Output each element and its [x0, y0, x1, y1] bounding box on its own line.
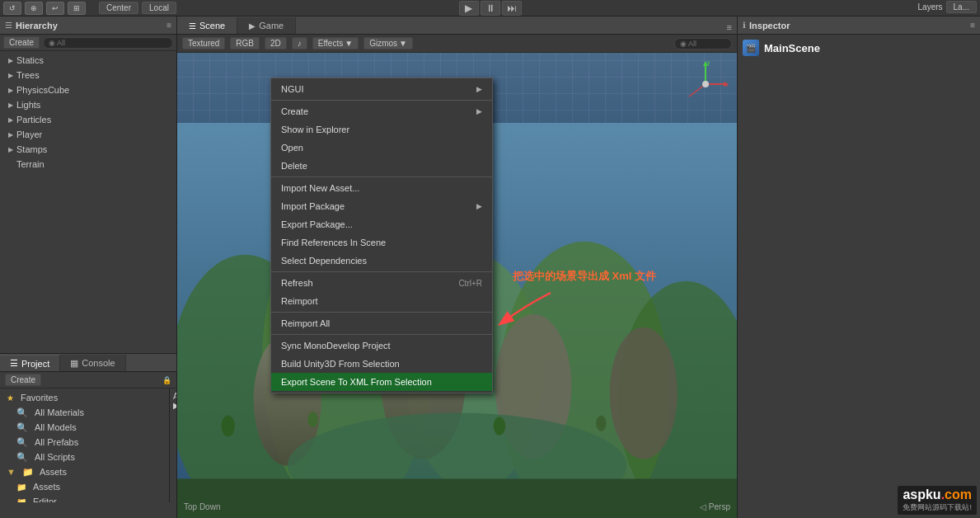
hierarchy-content: ▶Statics ▶Trees ▶PhysicsCube ▶Lights ▶Pa… [0, 51, 176, 353]
center-toggle[interactable]: Center [99, 2, 138, 14]
scene-panel-menu[interactable]: ≡ [722, 21, 737, 34]
asset-folder-ngui[interactable]: 📁NGUI [173, 440, 176, 454]
asset-folder-assets[interactable]: 📁Assets [173, 407, 176, 421]
sidebar-all-materials[interactable]: 🔍All Materials [0, 405, 169, 420]
hierarchy-create-btn[interactable]: Create [3, 36, 40, 49]
sidebar-editor-folder[interactable]: 📁Editor [0, 494, 169, 502]
toolbar-gizmos[interactable]: Gizmos ▼ [363, 37, 413, 49]
hierarchy-item-statics[interactable]: ▶Statics [0, 53, 176, 68]
asset-folder-editor[interactable]: 📁Editor [173, 423, 176, 438]
watermark-subtitle: 免费网站源码下载站! [903, 502, 972, 513]
context-sep-2 [271, 177, 492, 177]
hierarchy-item-physicscube[interactable]: ▶PhysicsCube [0, 82, 176, 97]
layers-label: Layers [918, 2, 943, 12]
hierarchy-menu-btn[interactable]: ≡ [166, 21, 171, 30]
scene-tabs: ☰ Scene ▶ Game ≡ [177, 16, 737, 35]
inspector-scene-name: 🎬 MainScene [743, 40, 975, 56]
context-sep-5 [271, 334, 492, 335]
asset-folder-scripts[interactable]: 📁Scripts [173, 473, 176, 487]
svg-rect-11 [177, 478, 737, 518]
context-sep-4 [271, 312, 492, 313]
assets-sidebar: ★Favorites 🔍All Materials 🔍All Models 🔍A… [0, 388, 170, 502]
context-menu: NGUI▶ Create▶ Show in Explorer Open Dele… [270, 78, 493, 393]
lower-left-panel: ☰ Project ▦ Console Create 🔒 ★Favorite [0, 353, 176, 518]
sidebar-assets-folder[interactable]: 📁Assets [0, 479, 169, 494]
toolbar-btn-1[interactable]: ⊕ [25, 2, 43, 15]
hierarchy-toolbar: Create [0, 35, 176, 51]
layers-dropdown[interactable]: La... [946, 1, 977, 13]
context-ngui[interactable]: NGUI▶ [271, 80, 492, 98]
context-export-package[interactable]: Export Package... [271, 215, 492, 233]
context-show-in-explorer[interactable]: Show in Explorer [271, 120, 492, 139]
svg-text:y: y [707, 59, 710, 66]
svg-point-15 [596, 415, 606, 431]
project-create-btn[interactable]: Create [5, 374, 41, 386]
toolbar-btn-2[interactable]: ↩ [46, 2, 64, 15]
toolbar-btn-0[interactable]: ↺ [3, 2, 21, 15]
hierarchy-header: ☰ Hierarchy ≡ [0, 16, 176, 35]
topdown-label: Top Down [184, 502, 220, 511]
layers-area: Layers La... [918, 1, 977, 13]
inspector-title: Inspector [749, 21, 967, 31]
context-sep-3 [271, 271, 492, 272]
tab-game[interactable]: ▶ Game [237, 17, 296, 34]
hierarchy-title: Hierarchy [16, 21, 163, 31]
context-import-package[interactable]: Import Package▶ [271, 197, 492, 215]
hierarchy-item-trees[interactable]: ▶Trees [0, 68, 176, 82]
hierarchy-item-terrain[interactable]: ▶Terrain [0, 157, 176, 172]
tab-console[interactable]: ▦ Console [60, 355, 125, 371]
svg-point-12 [221, 415, 234, 436]
context-sep-1 [271, 100, 492, 101]
svg-point-13 [307, 412, 317, 427]
local-toggle[interactable]: Local [142, 2, 176, 14]
pause-button[interactable]: ⏸ [481, 1, 500, 16]
context-reimport-all[interactable]: Reimport All [271, 314, 492, 332]
context-delete[interactable]: Delete [271, 157, 492, 175]
sidebar-all-prefabs[interactable]: 🔍All Prefabs [0, 435, 169, 450]
tab-project[interactable]: ☰ Project [0, 355, 60, 371]
toolbar-rgb[interactable]: RGB [230, 37, 260, 49]
play-controls: ▶ ⏸ ⏭ [459, 1, 522, 16]
step-button[interactable]: ⏭ [502, 1, 522, 16]
hierarchy-item-lights[interactable]: ▶Lights [0, 97, 176, 112]
context-build-unity3d[interactable]: Build Unity3D From Selection [271, 355, 492, 373]
scene-gizmo[interactable]: y x [681, 59, 730, 109]
toolbar-2d[interactable]: 2D [265, 37, 287, 49]
sidebar-favorites[interactable]: ★Favorites [0, 390, 169, 405]
context-open[interactable]: Open [271, 139, 492, 157]
toolbar-btn-3[interactable]: ⊞ [68, 2, 86, 15]
context-sync-monodevelop[interactable]: Sync MonoDevelop Project [271, 337, 492, 355]
inspector-icon: ℹ [743, 21, 746, 30]
hierarchy-item-player[interactable]: ▶Player [0, 127, 176, 142]
toolbar-effects[interactable]: Effects ▼ [312, 37, 359, 49]
context-find-references[interactable]: Find References In Scene [271, 233, 492, 252]
watermark-com: com [945, 487, 972, 502]
scene-icon-badge: 🎬 [743, 40, 759, 56]
scene-search[interactable] [674, 38, 732, 49]
hierarchy-item-stamps[interactable]: ▶Stamps [0, 142, 176, 157]
tab-scene[interactable]: ☰ Scene [177, 17, 237, 34]
context-reimport[interactable]: Reimport [271, 292, 492, 310]
sidebar-all-scripts[interactable]: 🔍All Scripts [0, 450, 169, 464]
inspector-menu-btn[interactable]: ≡ [970, 21, 975, 30]
top-bar: ↺ ⊕ ↩ ⊞ Center Local ▶ ⏸ ⏭ Layers La... [0, 0, 980, 16]
assets-pane: ★Favorites 🔍All Materials 🔍All Models 🔍A… [0, 388, 176, 502]
asset-folder-prefabs[interactable]: 📁Prefabs [173, 456, 176, 471]
hierarchy-search[interactable] [43, 37, 173, 49]
assets-main: Assets ▶ 📁Assets 📁Editor 📁NGUI 📁Prefab [170, 388, 176, 502]
watermark: aspku . com 免费网站源码下载站! [898, 486, 977, 515]
sidebar-assets-root[interactable]: ▼ 📁 Assets [0, 464, 169, 479]
svg-point-25 [702, 81, 709, 87]
hierarchy-item-particles[interactable]: ▶Particles [0, 112, 176, 127]
play-button[interactable]: ▶ [459, 1, 479, 16]
inspector-content: 🎬 MainScene [738, 35, 980, 518]
toolbar-textured[interactable]: Textured [182, 37, 225, 49]
sidebar-all-models[interactable]: 🔍All Models [0, 420, 169, 435]
context-create[interactable]: Create▶ [271, 102, 492, 120]
context-export-scene-xml[interactable]: Export Scene To XML From Selection [271, 373, 492, 391]
context-refresh[interactable]: RefreshCtrl+R [271, 274, 492, 292]
svg-text:x: x [725, 82, 729, 87]
context-import-new-asset[interactable]: Import New Asset... [271, 179, 492, 197]
toolbar-audio[interactable]: ♪ [292, 37, 307, 49]
context-select-dependencies[interactable]: Select Dependencies [271, 252, 492, 270]
